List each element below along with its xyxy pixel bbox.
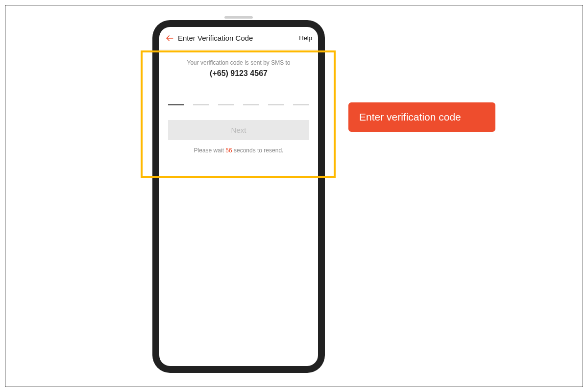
canvas: Enter Verification Code Help Your verifi… (5, 5, 583, 387)
phone-speaker (224, 16, 253, 19)
next-button[interactable]: Next (168, 120, 309, 140)
code-digit-4[interactable] (243, 95, 259, 105)
code-digit-3[interactable] (218, 95, 234, 105)
verification-body: Your verification code is sent by SMS to… (159, 49, 318, 154)
resend-prefix: Please wait (194, 147, 226, 154)
code-digit-2[interactable] (193, 95, 209, 105)
app-header: Enter Verification Code Help (159, 27, 318, 49)
phone-frame: Enter Verification Code Help Your verifi… (152, 20, 325, 373)
resend-suffix: seconds to resend. (232, 147, 284, 154)
code-digit-5[interactable] (268, 95, 284, 105)
sent-to-text: Your verification code is sent by SMS to (168, 59, 309, 66)
code-digit-6[interactable] (293, 95, 309, 105)
resend-seconds: 56 (225, 147, 232, 154)
phone-screen: Enter Verification Code Help Your verifi… (159, 27, 318, 366)
code-digit-1[interactable] (168, 95, 184, 105)
resend-text: Please wait 56 seconds to resend. (168, 147, 309, 154)
callout-label: Enter verification code (348, 102, 495, 132)
help-link[interactable]: Help (299, 34, 312, 42)
code-input-row[interactable] (168, 95, 309, 105)
back-arrow-icon[interactable] (164, 33, 175, 44)
phone-number: (+65) 9123 4567 (168, 69, 309, 78)
page-title: Enter Verification Code (178, 34, 299, 42)
